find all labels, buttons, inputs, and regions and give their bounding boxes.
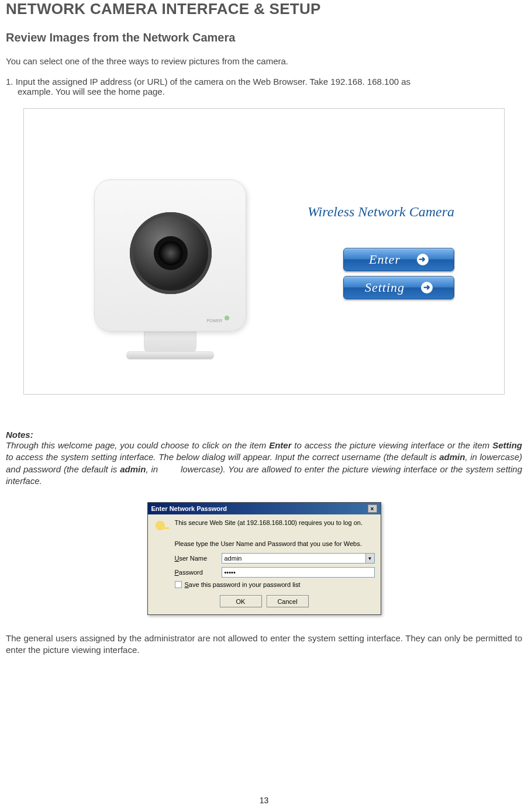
enter-button[interactable]: Enter ➜ <box>343 248 454 271</box>
notes-frag: , in <box>146 464 158 474</box>
notes-bold-admin: admin <box>439 452 465 462</box>
page-number: 13 <box>0 796 528 805</box>
dialog-titlebar: Enter Network Password × <box>148 503 381 514</box>
homepage-title: Wireless Network Camera <box>308 204 454 220</box>
homepage-screenshot: POWER Wireless Network Camera Enter ➜ Se… <box>23 108 505 395</box>
password-label: Password <box>175 569 217 576</box>
step-text-l2: example. You will see the home page. <box>6 87 165 96</box>
notes-heading: Notes: <box>6 430 522 440</box>
u: P <box>175 569 179 576</box>
ok-button[interactable]: OK <box>220 595 262 607</box>
arrow-right-icon: ➜ <box>421 282 433 293</box>
notes-bold-setting: Setting <box>492 440 522 450</box>
step-text-l1: Input the assigned IP address (or URL) o… <box>16 77 410 87</box>
username-input[interactable] <box>222 553 365 564</box>
dialog-title-text: Enter Network Password <box>151 505 227 512</box>
camera-base <box>126 351 214 360</box>
key-icon <box>154 519 170 535</box>
homepage-right-panel: Wireless Network Camera Enter ➜ Setting … <box>308 204 454 299</box>
intro-text: You can select one of the three ways to … <box>6 56 522 66</box>
dialog-msg2-text: Please type the User Name and Password t… <box>175 540 375 547</box>
setting-button[interactable]: Setting ➜ <box>343 276 454 299</box>
chevron-down-icon[interactable]: ▼ <box>365 553 375 564</box>
notes-bold-admin: admin <box>120 464 146 474</box>
step-1: 1. Input the assigned IP address (or URL… <box>6 77 522 96</box>
camera-stand <box>144 328 196 354</box>
username-label: User Name <box>175 555 217 562</box>
u: S <box>185 581 189 588</box>
arrow-right-icon: ➜ <box>417 254 429 265</box>
password-input[interactable] <box>222 567 375 578</box>
dialog-msg1-text: This secure Web Site (at 192.168.168.100… <box>175 519 363 526</box>
notes-frag: to access the picture viewing interface … <box>291 440 492 450</box>
password-dialog: Enter Network Password × This secure Web… <box>147 502 381 615</box>
enter-button-label: Enter <box>369 252 401 267</box>
notes-frag: to access the system setting interface. … <box>6 452 439 462</box>
page-title: NETWORK CAMERA INTERFACE & SETUP <box>6 0 522 18</box>
notes-bold-enter: Enter <box>269 440 291 450</box>
cancel-button[interactable]: Cancel <box>267 595 309 607</box>
t: ser Name <box>179 555 207 562</box>
dialog-message-1: This secure Web Site (at 192.168.168.100… <box>154 519 375 535</box>
power-label: POWER <box>207 319 222 323</box>
t: ave this password in your password list <box>189 581 301 588</box>
notes-frag: Through this welcome page, you could cho… <box>6 440 269 450</box>
t: assword <box>179 569 203 576</box>
save-password-checkbox[interactable] <box>175 581 182 588</box>
step-number: 1. <box>6 77 16 87</box>
camera-lens <box>130 212 212 294</box>
post-notes-text: The general users assigned by the admini… <box>6 633 522 656</box>
section-title: Review Images from the Network Camera <box>6 31 522 44</box>
camera-body: POWER <box>94 179 246 331</box>
setting-button-label: Setting <box>365 280 405 295</box>
close-icon[interactable]: × <box>368 505 377 513</box>
camera-image: POWER <box>74 143 267 360</box>
dialog-body: This secure Web Site (at 192.168.168.100… <box>148 514 381 614</box>
notes-body: Through this welcome page, you could cho… <box>6 440 522 487</box>
power-led <box>225 316 229 320</box>
save-password-label: Save this password in your password list <box>185 581 301 588</box>
